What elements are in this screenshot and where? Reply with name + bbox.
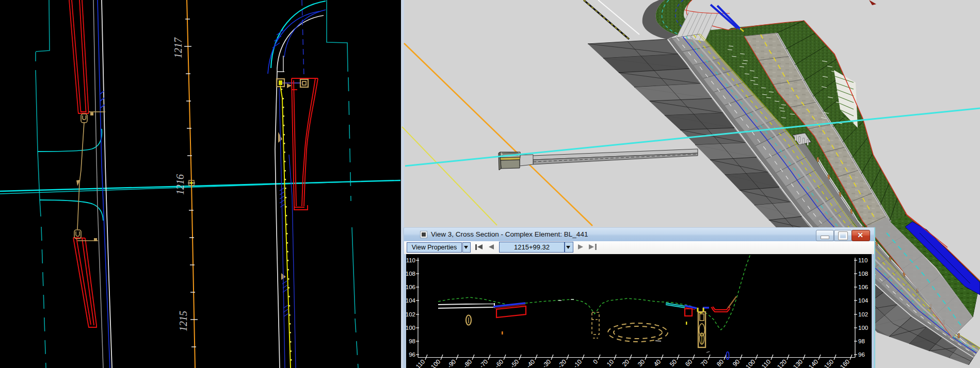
svg-text:106: 106: [858, 284, 868, 290]
svg-text:110: 110: [406, 257, 415, 263]
svg-text:108: 108: [858, 271, 868, 277]
svg-text:100: 100: [858, 325, 868, 331]
svg-text:1215: 1215: [178, 311, 189, 331]
svg-text:104: 104: [858, 297, 869, 304]
svg-text:106: 106: [406, 284, 415, 290]
svg-text:96: 96: [409, 352, 415, 358]
svg-text:96: 96: [858, 352, 865, 358]
svg-text:98: 98: [858, 338, 865, 344]
svg-text:1217: 1217: [172, 37, 184, 58]
svg-text:102: 102: [858, 311, 868, 317]
svg-text:1216: 1216: [174, 174, 186, 195]
svg-text:98: 98: [409, 338, 415, 344]
svg-text:108: 108: [406, 271, 415, 277]
svg-text:110: 110: [858, 257, 867, 263]
svg-text:102: 102: [406, 311, 415, 317]
svg-text:104: 104: [406, 297, 416, 304]
svg-text:100: 100: [406, 325, 415, 331]
